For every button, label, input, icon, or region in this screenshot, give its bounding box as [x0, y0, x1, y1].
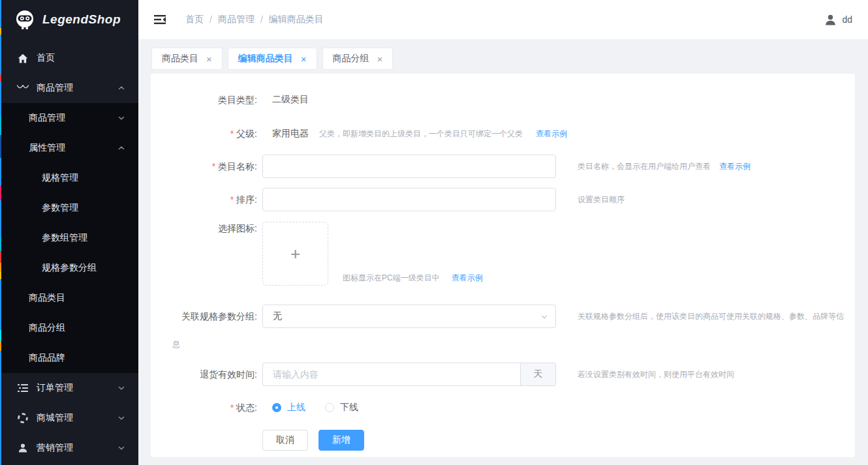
chevron-up-icon	[117, 84, 125, 92]
sidebar-item-goods-management[interactable]: 商品管理	[1, 73, 138, 103]
sort-label: *排序:	[151, 193, 262, 206]
sidebar-item-label: 首页	[37, 52, 55, 64]
brand-name: LegendShop	[42, 12, 121, 27]
icon-example-link[interactable]: 查看示例	[452, 273, 483, 284]
category-type-row: 类目类型: 二级类目	[151, 93, 855, 106]
tab-goods-group[interactable]: 商品分组 ×	[322, 48, 394, 70]
icon-upload-box[interactable]: +	[262, 222, 328, 286]
order-list-icon	[17, 383, 29, 393]
top-header: 首页 / 商品管理 / 编辑商品类目 dd	[138, 0, 868, 39]
tab-edit-goods-category[interactable]: 编辑商品类目 ×	[228, 48, 317, 70]
category-name-hint: 类目名称，会显示在用户端给用户查看	[578, 161, 711, 172]
status-online-radio[interactable]: 上线	[272, 402, 305, 413]
sort-input[interactable]	[262, 188, 556, 211]
breadcrumb-goods-management[interactable]: 商品管理	[218, 14, 255, 25]
tab-label: 编辑商品类目	[238, 53, 293, 65]
sidebar-item-label: 商城管理	[37, 412, 73, 424]
status-online-label: 上线	[287, 402, 305, 413]
sidebar-item-label: 商品分组	[29, 322, 65, 334]
brand-logo[interactable]: LegendShop	[1, 0, 138, 39]
sidebar-item-mall-management[interactable]: 商城管理	[1, 403, 138, 433]
user-avatar-icon	[824, 14, 837, 26]
return-time-input[interactable]	[262, 363, 520, 386]
main-area: 首页 / 商品管理 / 编辑商品类目 dd 商品类目 × 编辑商品类目 × 商品…	[138, 0, 868, 465]
sidebar-item-label: 属性管理	[29, 142, 65, 154]
sidebar-item-marketing-management[interactable]: 营销管理	[1, 433, 138, 463]
form-actions-row: 取消 新增	[151, 430, 855, 451]
sidebar-item-goods-brand[interactable]: 商品品牌	[1, 343, 138, 373]
parent-example-link[interactable]: 查看示例	[536, 128, 567, 140]
collapse-sidebar-icon[interactable]	[154, 14, 167, 25]
tab-bar: 商品类目 × 编辑商品类目 × 商品分组 ×	[138, 39, 868, 74]
category-name-row: *类目名称: 类目名称，会显示在用户端给用户查看 查看示例	[151, 155, 855, 178]
radio-selected-icon	[272, 403, 281, 412]
chevron-down-icon	[117, 384, 125, 392]
close-icon[interactable]: ×	[206, 54, 212, 64]
user-menu[interactable]: dd	[824, 14, 852, 26]
lifebuoy-icon	[17, 413, 29, 423]
spec-group-block: 关联规格参数分组: 无 关联规格参数分组后，使用该类目的商品可使用关联的规格、参…	[151, 305, 855, 351]
home-icon	[17, 53, 29, 63]
sidebar-item-home[interactable]: 首页	[1, 43, 138, 73]
icon-upload-row: 选择图标: + 图标显示在PC端一级类目中 查看示例	[151, 222, 855, 286]
sidebar-item-order-management[interactable]: 订单管理	[1, 373, 138, 403]
sidebar-item-attribute-management[interactable]: 属性管理	[1, 133, 138, 163]
close-icon[interactable]: ×	[377, 54, 383, 64]
status-offline-radio[interactable]: 下线	[325, 402, 358, 413]
breadcrumb-home[interactable]: 首页	[185, 14, 204, 25]
category-name-example-link[interactable]: 查看示例	[719, 161, 751, 172]
chevron-up-icon	[117, 144, 125, 152]
return-time-label: 退货有效时间:	[151, 368, 262, 381]
close-icon[interactable]: ×	[301, 54, 307, 64]
spec-group-select[interactable]: 无	[262, 305, 556, 328]
sidebar-item-goods-category[interactable]: 商品类目	[1, 283, 138, 313]
parent-label: *父级:	[151, 127, 262, 140]
tab-label: 商品分组	[333, 53, 369, 65]
category-name-label: *类目名称:	[151, 160, 262, 173]
tab-goods-category[interactable]: 商品类目 ×	[151, 48, 223, 70]
sidebar-item-spec-param-grouping[interactable]: 规格参数分组	[1, 253, 138, 283]
sidebar-menu: 首页 商品管理 商品管理 属性管理	[1, 39, 138, 463]
return-time-row: 退货有效时间: 天 若没设置类别有效时间，则使用平台有效时间	[151, 363, 855, 386]
plus-icon: +	[290, 244, 300, 264]
cancel-button[interactable]: 取消	[262, 430, 308, 451]
sidebar-item-goods-group[interactable]: 商品分组	[1, 313, 138, 343]
spec-group-label: 关联规格参数分组:	[151, 310, 262, 323]
sidebar-item-label: 营销管理	[37, 442, 73, 454]
sidebar-item-param-group-management[interactable]: 参数组管理	[1, 223, 138, 253]
chevron-down-icon	[540, 313, 548, 321]
radio-unselected-icon	[325, 403, 334, 412]
sidebar-item-label: 商品管理	[29, 112, 65, 124]
parent-category-row: *父级: 家用电器 父类，即新增类目的上级类目，一个类目只可绑定一个父类 查看示…	[151, 127, 855, 140]
submit-button[interactable]: 新增	[318, 430, 364, 451]
chevron-down-icon	[117, 414, 125, 422]
sidebar-item-spec-management[interactable]: 规格管理	[1, 163, 138, 193]
spec-group-value: 无	[273, 310, 282, 322]
breadcrumb-separator: /	[260, 14, 263, 25]
sidebar: LegendShop 首页 商品管理 商品管理	[1, 0, 138, 465]
sidebar-item-param-management[interactable]: 参数管理	[1, 193, 138, 223]
goods-icon	[17, 85, 29, 91]
parent-value: 家用电器	[262, 128, 309, 140]
sort-row: *排序: 设置类目顺序	[151, 188, 855, 211]
sidebar-item-label: 商品品牌	[29, 352, 65, 364]
sidebar-item-label: 商品管理	[37, 82, 73, 94]
chevron-down-icon	[117, 444, 125, 452]
breadcrumb: 首页 / 商品管理 / 编辑商品类目	[185, 14, 324, 25]
category-name-input[interactable]	[262, 155, 556, 178]
sidebar-item-goods-sub[interactable]: 商品管理	[1, 103, 138, 133]
spec-group-row: 关联规格参数分组: 无 关联规格参数分组后，使用该类目的商品可使用关联的规格、参…	[151, 305, 855, 328]
chevron-down-icon	[117, 114, 125, 122]
spec-group-hint-wrap: 息	[172, 338, 855, 351]
breadcrumb-current: 编辑商品类目	[269, 14, 324, 25]
sidebar-item-label: 规格参数分组	[42, 262, 97, 274]
sidebar-item-label: 商品类目	[29, 292, 65, 304]
status-row: *状态: 上线 下线	[151, 401, 855, 414]
edit-category-form: 类目类型: 二级类目 *父级: 家用电器 父类，即新增类目的上级类目，一个类目只…	[151, 74, 855, 457]
owl-mascot-icon	[13, 8, 37, 31]
sidebar-item-label: 规格管理	[42, 172, 78, 184]
category-type-label: 类目类型:	[151, 93, 262, 106]
tab-label: 商品类目	[162, 53, 198, 65]
return-time-hint: 若没设置类别有效时间，则使用平台有效时间	[578, 369, 734, 380]
sidebar-item-label: 订单管理	[37, 382, 73, 394]
